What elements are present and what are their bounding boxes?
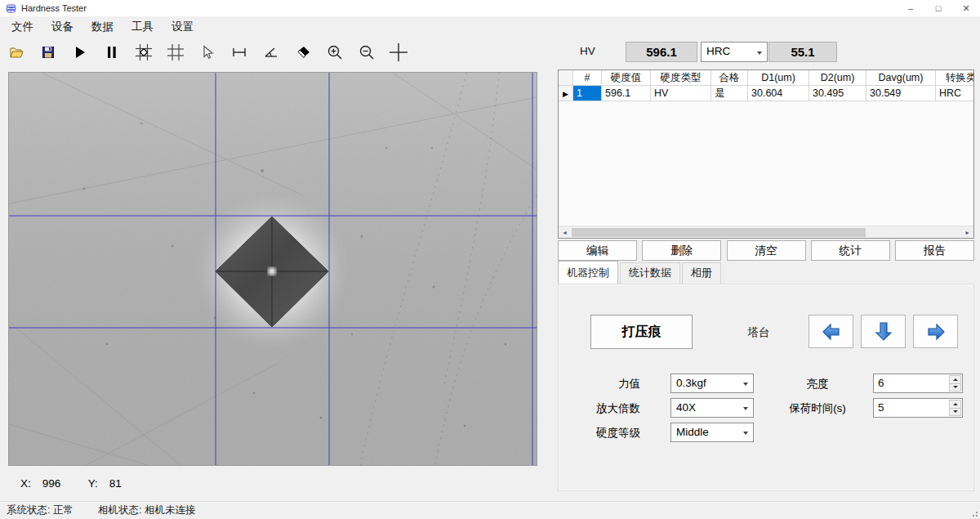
- zoom-out-icon[interactable]: [350, 39, 382, 65]
- col-hardness[interactable]: 硬度值: [602, 70, 651, 86]
- spin-down-icon[interactable]: [949, 409, 961, 417]
- cursor-coordinates: X: 996 Y: 81: [20, 477, 134, 490]
- camera-view[interactable]: [8, 72, 537, 466]
- cell-davg[interactable]: 30.549: [866, 86, 936, 101]
- grid-diamond-icon[interactable]: [127, 39, 159, 65]
- convert-type-select[interactable]: HRC: [701, 42, 768, 62]
- scroll-right-icon[interactable]: ▸: [961, 226, 973, 239]
- force-value: 0.3kgf: [676, 377, 706, 389]
- scrollbar-thumb[interactable]: [572, 228, 866, 237]
- resize-grip[interactable]: [970, 509, 978, 517]
- play-icon[interactable]: [64, 39, 96, 65]
- cell-pass[interactable]: 是: [711, 86, 748, 101]
- menu-tools[interactable]: 工具: [125, 17, 160, 37]
- hardness-level-select[interactable]: Middle: [670, 423, 754, 442]
- results-table: # 硬度值 硬度类型 合格 D1(um) D2(um) Davg(um) 转换类…: [558, 69, 974, 239]
- col-davg[interactable]: Davg(um): [866, 70, 936, 86]
- cell-d1[interactable]: 30.604: [748, 86, 809, 101]
- table-row[interactable]: ▶ 1 596.1 HV 是 30.604 30.495 30.549 HRC: [559, 86, 973, 101]
- minimize-button[interactable]: –: [897, 0, 924, 16]
- hv-value-box: 596.1: [626, 42, 697, 62]
- cell-type[interactable]: HV: [651, 86, 711, 101]
- hardness-level-value: Middle: [676, 426, 709, 438]
- col-type[interactable]: 硬度类型: [651, 70, 711, 86]
- system-status: 系统状态: 正常: [7, 503, 74, 517]
- dwell-time-label: 保荷时间(s): [781, 401, 854, 416]
- turret-down-button[interactable]: [861, 315, 906, 348]
- open-icon[interactable]: [0, 39, 32, 65]
- clear-button[interactable]: 清空: [727, 240, 806, 261]
- col-pass[interactable]: 合格: [711, 70, 748, 86]
- zoom-in-icon[interactable]: [318, 39, 350, 65]
- chevron-down-icon: [743, 383, 748, 386]
- tab-album[interactable]: 相册: [682, 262, 721, 284]
- arrow-down-icon: [874, 321, 893, 342]
- report-button[interactable]: 报告: [895, 240, 974, 261]
- turret-left-button[interactable]: [808, 315, 853, 348]
- cell-convert[interactable]: HRC: [936, 86, 974, 101]
- table-header-row: # 硬度值 硬度类型 合格 D1(um) D2(um) Davg(um) 转换类: [559, 70, 973, 86]
- hardness-level-label: 硬度等级: [575, 426, 640, 441]
- col-d2[interactable]: D2(um): [809, 70, 866, 86]
- indent-button[interactable]: 打压痕: [590, 315, 693, 349]
- spin-up-icon[interactable]: [949, 400, 961, 409]
- menu-bar: 文件 设备 数据 工具 设置: [0, 16, 980, 37]
- col-convert[interactable]: 转换类: [936, 70, 974, 86]
- cell-num[interactable]: 1: [573, 86, 602, 101]
- table-hscrollbar[interactable]: ◂ ▸: [559, 226, 973, 238]
- turret-right-button[interactable]: [913, 315, 958, 348]
- brightness-spinner[interactable]: 6: [873, 374, 963, 393]
- turret-label: 塔台: [730, 325, 787, 340]
- title-bar: Hardness Tester – □ ✕: [0, 0, 980, 16]
- length-measure-icon[interactable]: [223, 39, 255, 65]
- close-button[interactable]: ✕: [952, 0, 980, 16]
- x-value: 996: [42, 477, 67, 490]
- pause-icon[interactable]: [96, 39, 127, 65]
- menu-device[interactable]: 设备: [45, 17, 80, 37]
- maximize-button[interactable]: □: [924, 0, 952, 16]
- menu-data[interactable]: 数据: [85, 17, 120, 37]
- spin-down-icon[interactable]: [949, 384, 961, 392]
- hardness-tester-window: Hardness Tester – □ ✕ 文件 设备 数据 工具 设置: [0, 0, 980, 519]
- x-label: X:: [20, 477, 31, 490]
- spin-up-icon[interactable]: [949, 375, 961, 384]
- eraser-icon[interactable]: [287, 39, 318, 65]
- chevron-down-icon: [743, 407, 748, 410]
- brightness-value: 6: [878, 377, 884, 389]
- crosshair-icon[interactable]: [382, 39, 414, 65]
- edit-button[interactable]: 编辑: [558, 240, 637, 261]
- save-icon[interactable]: [32, 39, 64, 65]
- camera-status: 相机状态: 相机未连接: [98, 503, 195, 517]
- chevron-down-icon: [743, 432, 748, 435]
- convert-type-value: HRC: [706, 45, 730, 57]
- angle-measure-icon[interactable]: [255, 39, 287, 65]
- menu-file[interactable]: 文件: [5, 17, 40, 37]
- force-select[interactable]: 0.3kgf: [670, 374, 754, 393]
- y-value: 81: [109, 477, 134, 490]
- magnification-label: 放大倍数: [575, 401, 640, 416]
- hv-label: HV: [580, 45, 595, 57]
- dwell-time-spinner[interactable]: 5: [873, 398, 963, 418]
- machine-control-panel: 打压痕 塔台 力值 0.3kgf 放大倍数: [558, 284, 974, 491]
- cell-d2[interactable]: 30.495: [809, 86, 866, 101]
- cell-hardness[interactable]: 596.1: [602, 86, 651, 101]
- tab-machine-control[interactable]: 机器控制: [558, 261, 618, 284]
- stats-button[interactable]: 统计: [811, 240, 890, 261]
- action-buttons: 编辑 删除 清空 统计 报告: [558, 240, 974, 261]
- arrow-right-icon: [925, 322, 947, 342]
- menu-settings[interactable]: 设置: [165, 17, 200, 37]
- col-d1[interactable]: D1(um): [748, 70, 809, 86]
- y-label: Y:: [88, 477, 98, 490]
- row-selector: ▶: [559, 86, 573, 101]
- brightness-label: 亮度: [781, 377, 854, 391]
- grid-icon[interactable]: [159, 39, 191, 65]
- status-bar: 系统状态: 正常 相机状态: 相机未连接: [0, 501, 980, 519]
- force-label: 力值: [575, 377, 640, 391]
- cursor-icon[interactable]: [191, 39, 223, 65]
- tab-statistics[interactable]: 统计数据: [620, 262, 680, 284]
- scroll-left-icon[interactable]: ◂: [559, 226, 571, 239]
- col-num[interactable]: #: [573, 70, 602, 86]
- delete-button[interactable]: 删除: [642, 240, 721, 261]
- measurement-strip: HV 596.1 HRC 55.1: [558, 42, 974, 62]
- magnification-select[interactable]: 40X: [670, 398, 754, 418]
